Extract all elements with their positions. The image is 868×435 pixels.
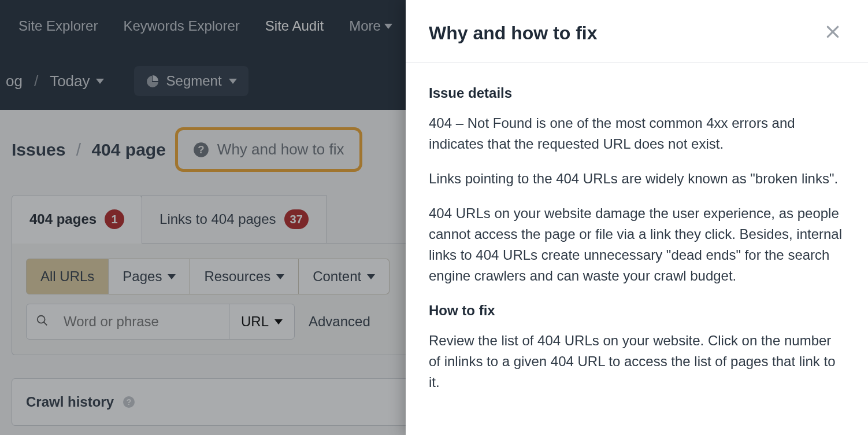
issue-details-heading: Issue details (429, 83, 845, 104)
help-panel-header: Why and how to fix (406, 0, 868, 63)
close-button[interactable] (821, 20, 845, 46)
help-panel-title: Why and how to fix (429, 23, 598, 44)
how-to-fix-p1: Review the list of 404 URLs on your webs… (429, 330, 845, 393)
issue-details-p1: 404 – Not Found is one of the most commo… (429, 113, 845, 154)
issue-details-p3: 404 URLs on your website damage the user… (429, 203, 845, 286)
issue-details-p2: Links pointing to the 404 URLs are widel… (429, 168, 845, 189)
close-icon (825, 24, 840, 39)
help-panel-body: Issue details 404 – Not Found is one of … (406, 63, 868, 426)
how-to-fix-heading: How to fix (429, 300, 845, 321)
help-panel: Why and how to fix Issue details 404 – N… (406, 0, 868, 435)
